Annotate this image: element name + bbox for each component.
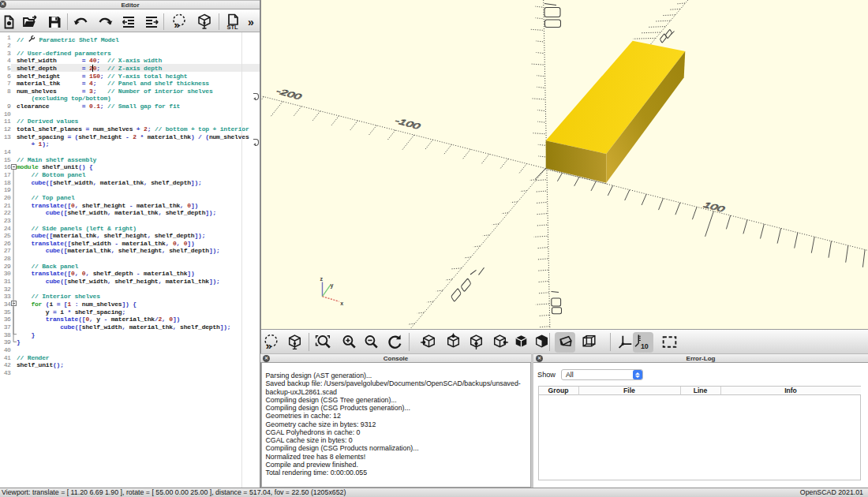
svg-text:x: x bbox=[340, 301, 343, 306]
svg-text:10: 10 bbox=[641, 342, 649, 350]
svg-text:y: y bbox=[331, 282, 334, 289]
svg-text:STL: STL bbox=[226, 24, 238, 30]
svg-text:-100: -100 bbox=[392, 116, 423, 131]
svg-text:z: z bbox=[320, 276, 324, 282]
svg-text:100: 100 bbox=[701, 200, 728, 214]
svg-text:»: » bbox=[266, 340, 272, 351]
svg-text:-200: -200 bbox=[274, 87, 305, 102]
svg-text:»: » bbox=[174, 18, 180, 30]
